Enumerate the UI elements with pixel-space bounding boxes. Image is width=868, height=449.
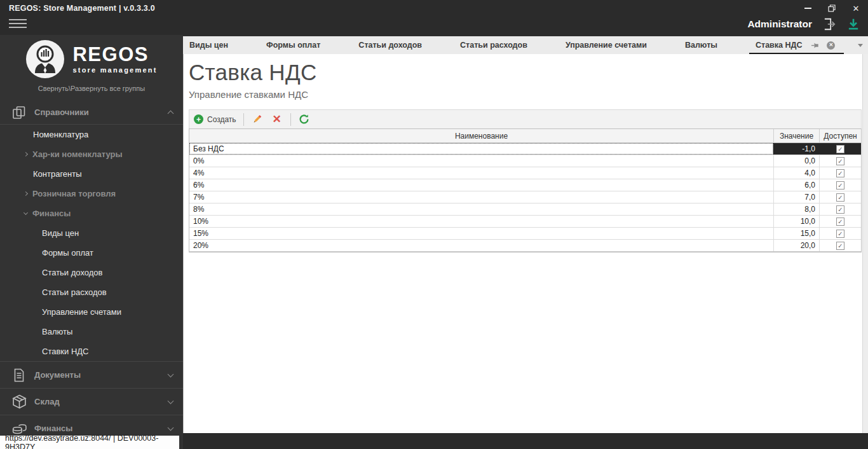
name-cell[interactable]: 20% (189, 240, 773, 251)
table-row[interactable]: Без НДС -1,0 (189, 143, 861, 155)
available-checkbox[interactable] (836, 205, 844, 214)
collapse-expand-all-link[interactable]: Свернуть\Развернуть все группы (0, 85, 183, 92)
restore-icon (828, 4, 836, 12)
available-cell[interactable] (819, 240, 861, 251)
column-header-name[interactable]: Наименование (189, 129, 773, 142)
tab-payment-forms[interactable]: Формы оплат (260, 36, 352, 54)
restore-button[interactable] (820, 0, 844, 17)
available-checkbox[interactable] (836, 242, 844, 250)
available-cell[interactable] (819, 228, 861, 239)
delete-button[interactable]: ✕ (271, 113, 283, 126)
table-row[interactable]: 0% 0,0 (189, 155, 861, 167)
sidebar-item-counterparties[interactable]: Контрагенты (0, 164, 183, 184)
regos-logo-icon (25, 39, 65, 79)
tab-list-dropdown-icon[interactable] (858, 44, 863, 47)
pin-tab-icon[interactable] (811, 41, 819, 50)
name-cell[interactable]: 0% (189, 155, 773, 167)
sidebar-group-nomenclature-attrs[interactable]: Хар-ки номенклатуры (0, 144, 183, 164)
sidebar-item-account-management[interactable]: Управление счетами (0, 302, 183, 322)
name-cell[interactable]: 6% (189, 179, 773, 191)
table-row[interactable]: 8% 8,0 (189, 204, 861, 216)
sidebar-item-expense-items[interactable]: Статьи расходов (0, 282, 183, 302)
available-cell[interactable] (819, 167, 861, 179)
sidebar-section-documents[interactable]: Документы (0, 361, 183, 388)
value-cell[interactable]: 10,0 (773, 216, 819, 227)
column-header-available[interactable]: Доступен (819, 129, 861, 142)
menu-toggle-button[interactable] (9, 19, 27, 28)
user-bar: Administrator (747, 17, 860, 31)
table-row[interactable]: 7% 7,0 (189, 191, 861, 204)
value-cell[interactable]: 20,0 (773, 240, 819, 251)
available-checkbox[interactable] (836, 169, 844, 177)
tab-account-management[interactable]: Управление счетами (559, 36, 679, 54)
vertical-scrollbar-track[interactable] (862, 54, 868, 433)
window-title: REGOS: Store Management | v.0.3.3.0 (9, 4, 155, 13)
sidebar-section-references[interactable]: Справочники (0, 100, 183, 125)
tab-currencies[interactable]: Валюты (679, 36, 749, 54)
documents-icon (10, 367, 28, 383)
value-cell[interactable]: 0,0 (773, 155, 819, 167)
table-row[interactable]: 20% 20,0 (189, 240, 861, 252)
sidebar-group-finance[interactable]: Финансы (0, 204, 183, 223)
sidebar-item-currencies[interactable]: Валюты (0, 322, 183, 342)
sidebar-item-price-types[interactable]: Виды цен (0, 223, 183, 243)
logout-icon[interactable] (822, 17, 836, 31)
name-cell[interactable]: 4% (189, 167, 773, 179)
tab-price-types[interactable]: Виды цен (183, 36, 260, 54)
sidebar-item-vat-rates[interactable]: Ставки НДС (0, 342, 183, 361)
value-cell[interactable]: -1,0 (773, 143, 819, 155)
sidebar-item-payment-forms[interactable]: Формы оплат (0, 243, 183, 263)
refresh-button[interactable] (298, 113, 311, 126)
status-bar: https://dev.easytrade.uz:8044/ | DEV0000… (0, 436, 179, 449)
name-cell[interactable]: 10% (189, 216, 773, 227)
sidebar-section-label: Справочники (34, 107, 89, 117)
available-checkbox[interactable] (836, 230, 844, 238)
current-user-label: Administrator (747, 18, 812, 30)
chevron-down-icon (24, 210, 28, 214)
available-checkbox[interactable] (836, 193, 844, 202)
value-cell[interactable]: 4,0 (773, 167, 819, 179)
value-cell[interactable]: 8,0 (773, 204, 819, 215)
table-row[interactable]: 10% 10,0 (189, 216, 861, 228)
available-checkbox[interactable] (836, 157, 844, 165)
value-cell[interactable]: 6,0 (773, 179, 819, 191)
table-row[interactable]: 6% 6,0 (189, 179, 861, 191)
vat-rates-table: Наименование Значение Доступен Без НДС -… (189, 128, 862, 252)
close-tab-icon[interactable]: ✕ (827, 41, 835, 50)
available-cell[interactable] (819, 155, 861, 167)
name-cell[interactable]: Без НДС (189, 143, 773, 155)
available-cell[interactable] (819, 216, 861, 227)
page-title: Ставка НДС (189, 60, 862, 85)
page-subtitle: Управление ставками НДС (189, 89, 862, 100)
sidebar-section-warehouse[interactable]: Склад (0, 388, 183, 415)
available-cell[interactable] (819, 191, 861, 203)
warehouse-box-icon (10, 394, 28, 410)
download-updates-icon[interactable] (846, 17, 860, 31)
available-checkbox[interactable] (836, 181, 844, 190)
create-button[interactable]: + Создать (194, 114, 236, 124)
available-checkbox[interactable] (836, 145, 844, 153)
tab-vat-rate[interactable]: Ставка НДС ✕ (749, 36, 844, 54)
name-cell[interactable]: 7% (189, 191, 773, 203)
table-header-row: Наименование Значение Доступен (189, 129, 861, 143)
minimize-button[interactable] (796, 0, 820, 17)
name-cell[interactable]: 15% (189, 228, 773, 239)
available-cell[interactable] (819, 204, 861, 215)
sidebar-item-income-items[interactable]: Статьи доходов (0, 263, 183, 282)
tab-income-items[interactable]: Статьи доходов (352, 36, 454, 54)
column-header-value[interactable]: Значение (773, 129, 819, 142)
name-cell[interactable]: 8% (189, 204, 773, 215)
sidebar-group-retail[interactable]: Розничная торговля (0, 184, 183, 204)
available-checkbox[interactable] (836, 218, 844, 226)
available-cell[interactable] (819, 143, 861, 155)
table-row[interactable]: 4% 4,0 (189, 167, 861, 179)
edit-button[interactable] (251, 113, 264, 126)
tab-expense-items[interactable]: Статьи расходов (454, 36, 559, 54)
sidebar-nav: Справочники Номенклатура Хар-ки номенкла… (0, 100, 183, 441)
table-row[interactable]: 15% 15,0 (189, 228, 861, 240)
value-cell[interactable]: 7,0 (773, 191, 819, 203)
available-cell[interactable] (819, 179, 861, 191)
value-cell[interactable]: 15,0 (773, 228, 819, 239)
close-button[interactable]: ✕ (844, 0, 868, 17)
sidebar-item-nomenclature[interactable]: Номенклатура (0, 125, 183, 144)
